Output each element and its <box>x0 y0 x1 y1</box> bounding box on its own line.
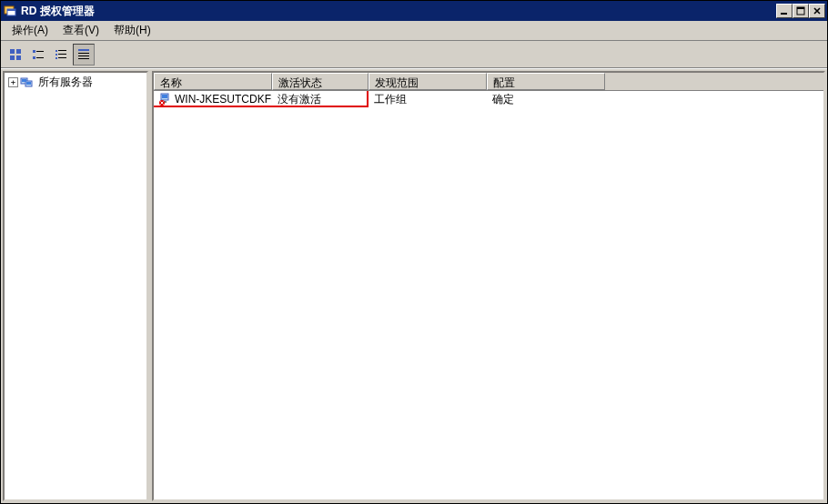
svg-rect-29 <box>162 95 167 98</box>
menu-view[interactable]: 查看(V) <box>56 21 106 40</box>
maximize-button[interactable] <box>793 4 809 18</box>
titlebar: RD 授权管理器 <box>1 1 827 21</box>
close-button[interactable] <box>809 4 825 18</box>
tree-root-label: 所有服务器 <box>36 75 95 90</box>
app-window: RD 授权管理器 操作(A) 查看(V) 帮助(H) <box>0 0 828 504</box>
toolbar <box>1 41 827 68</box>
svg-rect-13 <box>36 57 44 58</box>
cell-status: 没有激活 <box>272 92 369 107</box>
svg-rect-21 <box>78 53 89 54</box>
tool-large-icons[interactable] <box>5 44 26 66</box>
cell-name-text: WIN-JKESUTCDKFE <box>175 93 272 106</box>
cell-scope: 工作组 <box>369 92 487 107</box>
svg-rect-12 <box>33 56 35 59</box>
cell-config: 确定 <box>487 92 605 107</box>
svg-rect-19 <box>58 57 66 58</box>
svg-rect-7 <box>16 49 21 54</box>
header-config[interactable]: 配置 <box>487 73 605 90</box>
svg-rect-3 <box>781 13 787 15</box>
svg-rect-23 <box>78 58 89 59</box>
svg-rect-6 <box>10 49 15 54</box>
cell-name: WIN-JKESUTCDKFE <box>154 93 272 106</box>
server-error-icon <box>159 93 172 106</box>
tree-pane: + 所有服务器 <box>3 71 148 501</box>
menu-help[interactable]: 帮助(H) <box>106 21 158 40</box>
svg-rect-26 <box>22 79 26 82</box>
list-body: WIN-JKESUTCDKFE 没有激活 工作组 确定 <box>154 91 823 499</box>
svg-rect-11 <box>36 51 44 52</box>
header-status[interactable]: 激活状态 <box>272 73 369 90</box>
svg-rect-18 <box>56 57 57 59</box>
svg-rect-20 <box>78 49 89 51</box>
titlebar-title: RD 授权管理器 <box>21 4 776 19</box>
svg-rect-17 <box>58 54 66 55</box>
svg-rect-8 <box>10 55 15 60</box>
svg-rect-22 <box>78 55 89 56</box>
list-row[interactable]: WIN-JKESUTCDKFE 没有激活 工作组 确定 <box>154 91 823 107</box>
header-name[interactable]: 名称 <box>154 73 272 90</box>
svg-rect-27 <box>26 82 31 85</box>
app-icon <box>3 4 17 18</box>
svg-rect-10 <box>33 50 35 53</box>
titlebar-buttons <box>776 4 825 18</box>
minimize-button[interactable] <box>776 4 793 18</box>
svg-rect-14 <box>56 50 57 52</box>
tool-list[interactable] <box>50 44 72 66</box>
list-header: 名称 激活状态 发现范围 配置 <box>154 73 823 91</box>
svg-rect-15 <box>58 50 66 51</box>
menu-action[interactable]: 操作(A) <box>5 21 56 40</box>
list-pane: 名称 激活状态 发现范围 配置 <box>152 71 825 501</box>
svg-rect-9 <box>16 55 21 60</box>
svg-rect-16 <box>56 54 57 55</box>
svg-rect-5 <box>797 7 804 9</box>
menubar: 操作(A) 查看(V) 帮助(H) <box>1 21 827 41</box>
tree-root-node[interactable]: + 所有服务器 <box>5 73 146 92</box>
tool-details[interactable] <box>73 44 95 66</box>
tool-small-icons[interactable] <box>27 44 49 66</box>
servers-icon <box>20 76 35 90</box>
tree-expand-icon[interactable]: + <box>8 77 18 87</box>
svg-rect-2 <box>7 9 15 11</box>
header-scope[interactable]: 发现范围 <box>369 73 487 90</box>
client-area: + 所有服务器 名称 激活状态 发现范围 配置 <box>1 68 827 503</box>
